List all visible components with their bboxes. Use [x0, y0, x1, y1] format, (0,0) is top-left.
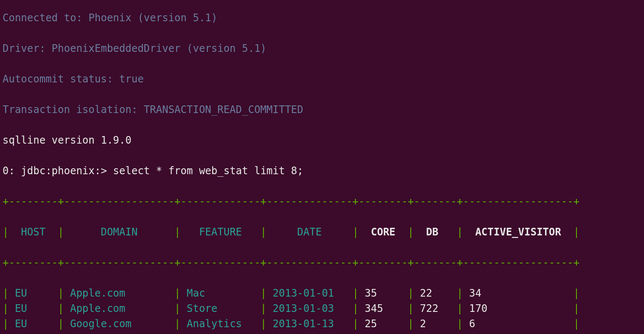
table-cell: 2: [414, 318, 457, 330]
table-cell: 22: [414, 287, 457, 299]
table-header-cell: DB: [414, 226, 457, 238]
table-border-pipe: |: [573, 226, 579, 238]
table-border-pipe: |: [175, 303, 181, 314]
table-cell: Store: [181, 303, 260, 314]
table-border-pipe: |: [353, 226, 359, 238]
driver-line: Driver: PhoenixEmbeddedDriver (version 5…: [3, 41, 641, 56]
table-header-cell: DOMAIN: [64, 226, 175, 238]
table-cell: 34: [463, 287, 573, 299]
table-border-mid: +--------+------------------+-----------…: [3, 255, 641, 270]
table-border-pipe: |: [58, 287, 64, 299]
table-border-pipe: |: [408, 226, 414, 238]
table-border-pipe: |: [3, 287, 8, 299]
table-header-cell: CORE: [359, 226, 408, 238]
table-header-cell: HOST: [8, 226, 58, 238]
query-line: 0: jdbc:phoenix:> select * from web_stat…: [3, 163, 641, 178]
table-border-pipe: |: [175, 318, 181, 330]
table-cell: EU: [8, 287, 58, 299]
table-cell: 6: [463, 318, 573, 330]
table-border-pipe: |: [353, 303, 359, 314]
table-cell: EU: [8, 303, 58, 314]
table-body: | EU | Apple.com | Mac | 2013-01-01 | 35…: [3, 286, 641, 334]
table-cell: 25: [359, 318, 408, 330]
table-border-pipe: |: [58, 318, 64, 330]
table-border-pipe: |: [353, 318, 359, 330]
isolation-line: Transaction isolation: TRANSACTION_READ_…: [3, 102, 641, 117]
table-header-row: | HOST | DOMAIN | FEATURE | DATE | CORE …: [3, 224, 641, 240]
table-border-pipe: |: [260, 287, 266, 299]
table-border-pipe: |: [260, 318, 266, 330]
table-border-pipe: |: [457, 318, 463, 330]
table-border-pipe: |: [175, 226, 181, 238]
table-border-pipe: |: [408, 318, 414, 330]
table-border-pipe: |: [58, 303, 64, 314]
table-border-pipe: |: [3, 303, 8, 314]
table-border-pipe: |: [3, 318, 8, 330]
table-row: | EU | Google.com | Search | 2013-01-09 …: [3, 331, 641, 334]
table-cell: 2013-01-03: [266, 303, 352, 314]
table-border-pipe: |: [353, 287, 359, 299]
table-row: | EU | Apple.com | Mac | 2013-01-01 | 35…: [3, 286, 641, 301]
table-border-pipe: |: [58, 226, 64, 238]
sqlline-version: sqlline version 1.9.0: [3, 133, 641, 148]
table-cell: 722: [414, 303, 457, 314]
table-row: | EU | Apple.com | Store | 2013-01-03 | …: [3, 301, 641, 316]
table-border-pipe: |: [573, 287, 579, 299]
table-cell: Apple.com: [64, 287, 175, 299]
terminal-output[interactable]: Connected to: Phoenix (version 5.1) Driv…: [0, 10, 644, 334]
table-border-pipe: |: [260, 303, 266, 314]
table-header-cell: ACTIVE_VISITOR: [463, 226, 573, 238]
sql-prompt: 0: jdbc:phoenix:>: [3, 165, 107, 177]
table-cell: 35: [359, 287, 408, 299]
conn-line: Connected to: Phoenix (version 5.1): [3, 10, 641, 25]
table-cell: Google.com: [64, 318, 175, 330]
table-cell: Mac: [181, 287, 260, 299]
table-cell: Apple.com: [64, 303, 175, 314]
table-row: | EU | Google.com | Analytics | 2013-01-…: [3, 316, 641, 331]
table-cell: Analytics: [181, 318, 260, 330]
table-border-pipe: |: [573, 303, 579, 314]
table-border-pipe: |: [408, 287, 414, 299]
table-cell: EU: [8, 318, 58, 330]
table-border-pipe: |: [408, 303, 414, 314]
table-border-pipe: |: [457, 226, 463, 238]
table-border-pipe: |: [457, 287, 463, 299]
table-border-pipe: |: [3, 226, 8, 238]
table-border-top: +--------+------------------+-----------…: [3, 194, 641, 209]
table-cell: 2013-01-13: [266, 318, 352, 330]
table-header-cell: DATE: [266, 226, 352, 238]
autocommit-line: Autocommit status: true: [3, 71, 641, 87]
table-border-pipe: |: [457, 303, 463, 314]
sql-query: select * from web_stat limit 8;: [113, 165, 303, 177]
table-cell: 2013-01-01: [266, 287, 352, 299]
table-border-pipe: |: [260, 226, 266, 238]
table-border-pipe: |: [573, 318, 579, 330]
table-cell: 345: [359, 303, 408, 314]
table-cell: 170: [463, 303, 573, 314]
table-border-pipe: |: [175, 287, 181, 299]
table-header-cell: FEATURE: [181, 226, 260, 238]
